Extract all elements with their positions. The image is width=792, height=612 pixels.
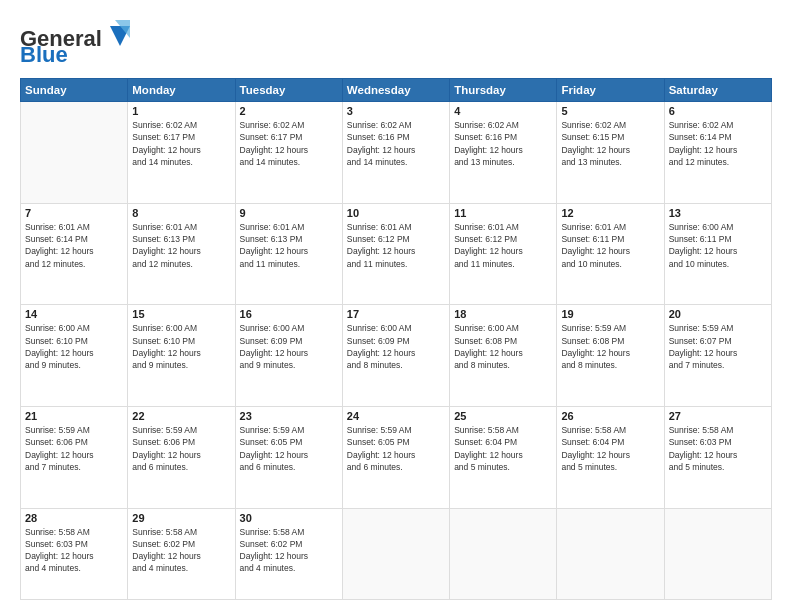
day-info: Sunrise: 5:59 AM Sunset: 6:07 PM Dayligh… (669, 322, 767, 371)
day-number: 21 (25, 410, 123, 422)
calendar-header-row: SundayMondayTuesdayWednesdayThursdayFrid… (21, 79, 772, 102)
day-number: 3 (347, 105, 445, 117)
page: General Blue SundayMondayTuesdayWednesda… (0, 0, 792, 612)
calendar-cell: 26Sunrise: 5:58 AM Sunset: 6:04 PM Dayli… (557, 406, 664, 508)
calendar-cell: 11Sunrise: 6:01 AM Sunset: 6:12 PM Dayli… (450, 203, 557, 305)
day-info: Sunrise: 6:01 AM Sunset: 6:11 PM Dayligh… (561, 221, 659, 270)
calendar-cell: 25Sunrise: 5:58 AM Sunset: 6:04 PM Dayli… (450, 406, 557, 508)
day-number: 20 (669, 308, 767, 320)
day-number: 29 (132, 512, 230, 524)
day-info: Sunrise: 5:59 AM Sunset: 6:08 PM Dayligh… (561, 322, 659, 371)
calendar-cell: 9Sunrise: 6:01 AM Sunset: 6:13 PM Daylig… (235, 203, 342, 305)
calendar-cell: 24Sunrise: 5:59 AM Sunset: 6:05 PM Dayli… (342, 406, 449, 508)
calendar-header-friday: Friday (557, 79, 664, 102)
day-info: Sunrise: 5:59 AM Sunset: 6:05 PM Dayligh… (347, 424, 445, 473)
day-info: Sunrise: 6:02 AM Sunset: 6:15 PM Dayligh… (561, 119, 659, 168)
day-info: Sunrise: 6:00 AM Sunset: 6:10 PM Dayligh… (132, 322, 230, 371)
calendar-cell: 30Sunrise: 5:58 AM Sunset: 6:02 PM Dayli… (235, 508, 342, 600)
calendar-cell: 28Sunrise: 5:58 AM Sunset: 6:03 PM Dayli… (21, 508, 128, 600)
day-number: 18 (454, 308, 552, 320)
day-info: Sunrise: 6:01 AM Sunset: 6:13 PM Dayligh… (132, 221, 230, 270)
calendar-header-wednesday: Wednesday (342, 79, 449, 102)
day-number: 11 (454, 207, 552, 219)
calendar-cell: 7Sunrise: 6:01 AM Sunset: 6:14 PM Daylig… (21, 203, 128, 305)
day-info: Sunrise: 5:59 AM Sunset: 6:06 PM Dayligh… (25, 424, 123, 473)
day-info: Sunrise: 6:02 AM Sunset: 6:16 PM Dayligh… (347, 119, 445, 168)
day-info: Sunrise: 6:01 AM Sunset: 6:14 PM Dayligh… (25, 221, 123, 270)
calendar-cell: 29Sunrise: 5:58 AM Sunset: 6:02 PM Dayli… (128, 508, 235, 600)
day-number: 1 (132, 105, 230, 117)
calendar-week-4: 21Sunrise: 5:59 AM Sunset: 6:06 PM Dayli… (21, 406, 772, 508)
calendar-cell: 6Sunrise: 6:02 AM Sunset: 6:14 PM Daylig… (664, 102, 771, 204)
day-info: Sunrise: 6:00 AM Sunset: 6:09 PM Dayligh… (240, 322, 338, 371)
calendar-cell: 4Sunrise: 6:02 AM Sunset: 6:16 PM Daylig… (450, 102, 557, 204)
day-number: 6 (669, 105, 767, 117)
calendar-week-5: 28Sunrise: 5:58 AM Sunset: 6:03 PM Dayli… (21, 508, 772, 600)
day-info: Sunrise: 6:02 AM Sunset: 6:17 PM Dayligh… (240, 119, 338, 168)
day-number: 25 (454, 410, 552, 422)
day-info: Sunrise: 5:58 AM Sunset: 6:02 PM Dayligh… (132, 526, 230, 575)
day-info: Sunrise: 6:01 AM Sunset: 6:12 PM Dayligh… (454, 221, 552, 270)
calendar-cell (664, 508, 771, 600)
day-number: 9 (240, 207, 338, 219)
day-number: 5 (561, 105, 659, 117)
calendar-cell: 10Sunrise: 6:01 AM Sunset: 6:12 PM Dayli… (342, 203, 449, 305)
calendar-cell (450, 508, 557, 600)
logo: General Blue (20, 18, 130, 68)
calendar-cell: 12Sunrise: 6:01 AM Sunset: 6:11 PM Dayli… (557, 203, 664, 305)
day-info: Sunrise: 6:01 AM Sunset: 6:12 PM Dayligh… (347, 221, 445, 270)
day-number: 24 (347, 410, 445, 422)
day-number: 7 (25, 207, 123, 219)
header: General Blue (20, 18, 772, 68)
calendar-cell: 16Sunrise: 6:00 AM Sunset: 6:09 PM Dayli… (235, 305, 342, 407)
calendar-cell: 1Sunrise: 6:02 AM Sunset: 6:17 PM Daylig… (128, 102, 235, 204)
calendar-cell: 14Sunrise: 6:00 AM Sunset: 6:10 PM Dayli… (21, 305, 128, 407)
calendar-cell (21, 102, 128, 204)
day-info: Sunrise: 6:00 AM Sunset: 6:11 PM Dayligh… (669, 221, 767, 270)
day-number: 27 (669, 410, 767, 422)
day-number: 4 (454, 105, 552, 117)
calendar-header-tuesday: Tuesday (235, 79, 342, 102)
day-info: Sunrise: 5:59 AM Sunset: 6:06 PM Dayligh… (132, 424, 230, 473)
day-info: Sunrise: 6:00 AM Sunset: 6:09 PM Dayligh… (347, 322, 445, 371)
day-info: Sunrise: 5:58 AM Sunset: 6:03 PM Dayligh… (25, 526, 123, 575)
logo-text: General Blue (20, 18, 130, 68)
calendar-week-1: 1Sunrise: 6:02 AM Sunset: 6:17 PM Daylig… (21, 102, 772, 204)
day-info: Sunrise: 5:58 AM Sunset: 6:02 PM Dayligh… (240, 526, 338, 575)
day-info: Sunrise: 6:00 AM Sunset: 6:08 PM Dayligh… (454, 322, 552, 371)
calendar-cell: 3Sunrise: 6:02 AM Sunset: 6:16 PM Daylig… (342, 102, 449, 204)
calendar-cell: 17Sunrise: 6:00 AM Sunset: 6:09 PM Dayli… (342, 305, 449, 407)
calendar-cell: 13Sunrise: 6:00 AM Sunset: 6:11 PM Dayli… (664, 203, 771, 305)
calendar-cell: 27Sunrise: 5:58 AM Sunset: 6:03 PM Dayli… (664, 406, 771, 508)
calendar-header-monday: Monday (128, 79, 235, 102)
svg-text:Blue: Blue (20, 42, 68, 64)
day-number: 16 (240, 308, 338, 320)
calendar-header-thursday: Thursday (450, 79, 557, 102)
calendar-cell: 22Sunrise: 5:59 AM Sunset: 6:06 PM Dayli… (128, 406, 235, 508)
calendar-cell: 8Sunrise: 6:01 AM Sunset: 6:13 PM Daylig… (128, 203, 235, 305)
calendar-cell: 19Sunrise: 5:59 AM Sunset: 6:08 PM Dayli… (557, 305, 664, 407)
day-number: 10 (347, 207, 445, 219)
day-number: 23 (240, 410, 338, 422)
day-number: 19 (561, 308, 659, 320)
day-number: 2 (240, 105, 338, 117)
day-number: 8 (132, 207, 230, 219)
day-number: 17 (347, 308, 445, 320)
day-info: Sunrise: 6:01 AM Sunset: 6:13 PM Dayligh… (240, 221, 338, 270)
day-number: 26 (561, 410, 659, 422)
calendar-cell: 5Sunrise: 6:02 AM Sunset: 6:15 PM Daylig… (557, 102, 664, 204)
day-number: 14 (25, 308, 123, 320)
day-info: Sunrise: 5:58 AM Sunset: 6:04 PM Dayligh… (561, 424, 659, 473)
day-number: 28 (25, 512, 123, 524)
day-info: Sunrise: 5:58 AM Sunset: 6:04 PM Dayligh… (454, 424, 552, 473)
day-info: Sunrise: 6:02 AM Sunset: 6:14 PM Dayligh… (669, 119, 767, 168)
day-number: 13 (669, 207, 767, 219)
calendar-cell: 21Sunrise: 5:59 AM Sunset: 6:06 PM Dayli… (21, 406, 128, 508)
calendar-cell (342, 508, 449, 600)
calendar-cell: 23Sunrise: 5:59 AM Sunset: 6:05 PM Dayli… (235, 406, 342, 508)
calendar-header-sunday: Sunday (21, 79, 128, 102)
day-info: Sunrise: 6:00 AM Sunset: 6:10 PM Dayligh… (25, 322, 123, 371)
day-info: Sunrise: 5:58 AM Sunset: 6:03 PM Dayligh… (669, 424, 767, 473)
day-info: Sunrise: 5:59 AM Sunset: 6:05 PM Dayligh… (240, 424, 338, 473)
calendar-cell: 2Sunrise: 6:02 AM Sunset: 6:17 PM Daylig… (235, 102, 342, 204)
